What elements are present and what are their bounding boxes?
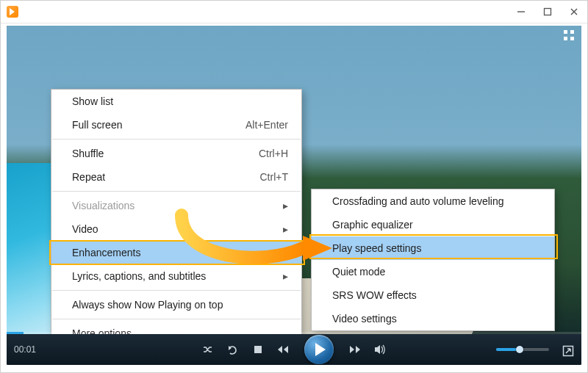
svg-marker-14 bbox=[356, 346, 360, 353]
menu-label: Full screen bbox=[72, 119, 151, 131]
menu-item-lyrics[interactable]: Lyrics, captions, and subtitles▸ bbox=[51, 264, 301, 288]
switch-to-library-icon[interactable] bbox=[562, 345, 574, 359]
menu-label: Always show Now Playing on top bbox=[72, 299, 252, 311]
volume-control[interactable] bbox=[496, 334, 549, 365]
menu-item-always-on-top[interactable]: Always show Now Playing on top bbox=[51, 293, 301, 316]
close-button[interactable] bbox=[561, 1, 587, 23]
volume-knob[interactable] bbox=[516, 346, 523, 353]
menu-label: Play speed settings bbox=[332, 242, 451, 254]
menu-label: Quiet mode bbox=[332, 266, 415, 278]
menu-item-full-screen[interactable]: Full screenAlt+Enter bbox=[51, 113, 301, 137]
submenu-arrow-icon: ▸ bbox=[283, 200, 288, 211]
menu-item-quiet-mode[interactable]: Quiet mode bbox=[312, 260, 554, 283]
menu-separator bbox=[52, 191, 301, 192]
mute-button[interactable] bbox=[373, 343, 387, 356]
submenu-arrow-icon: ▸ bbox=[283, 223, 288, 235]
window-buttons bbox=[508, 1, 587, 23]
menu-label: Shuffle bbox=[72, 148, 133, 159]
titlebar bbox=[1, 1, 587, 23]
context-menu-enhancements: Crossfading and auto volume leveling Gra… bbox=[311, 189, 555, 331]
window: Show list Full screenAlt+Enter ShuffleCt… bbox=[0, 0, 588, 373]
menu-item-play-speed[interactable]: Play speed settings bbox=[312, 236, 554, 260]
menu-shortcut: Alt+Enter bbox=[245, 119, 288, 131]
menu-item-visualizations: Visualizations▸ bbox=[51, 194, 301, 217]
menu-label: Show list bbox=[72, 95, 143, 107]
menu-item-video-settings[interactable]: Video settings bbox=[312, 307, 554, 330]
volume-slider[interactable] bbox=[496, 348, 549, 351]
svg-marker-12 bbox=[284, 346, 288, 353]
menu-label: Enhancements bbox=[72, 247, 170, 258]
video-area[interactable]: Show list Full screenAlt+Enter ShuffleCt… bbox=[7, 26, 581, 365]
progress-track[interactable] bbox=[7, 332, 581, 334]
stop-button[interactable] bbox=[251, 343, 265, 356]
menu-item-enhancements[interactable]: Enhancements▸ bbox=[51, 241, 301, 264]
svg-rect-5 bbox=[570, 30, 574, 34]
menu-shortcut: Ctrl+T bbox=[260, 171, 289, 183]
svg-rect-1 bbox=[545, 9, 551, 15]
menu-label: Repeat bbox=[72, 171, 135, 183]
svg-rect-6 bbox=[564, 37, 567, 40]
menu-item-shuffle[interactable]: ShuffleCtrl+H bbox=[51, 142, 301, 165]
menu-label: Graphic equalizer bbox=[332, 219, 442, 231]
menu-item-repeat[interactable]: RepeatCtrl+T bbox=[51, 165, 301, 189]
menu-label: Video settings bbox=[332, 313, 426, 325]
submenu-arrow-icon: ▸ bbox=[283, 270, 288, 282]
time-elapsed: 00:01 bbox=[14, 334, 36, 365]
repeat-button[interactable] bbox=[226, 343, 240, 356]
menu-label: Visualizations bbox=[72, 200, 164, 211]
menu-label: SRS WOW effects bbox=[332, 289, 446, 301]
shuffle-button[interactable] bbox=[201, 343, 215, 356]
svg-marker-11 bbox=[278, 346, 282, 353]
menu-label: Lyrics, captions, and subtitles bbox=[72, 270, 235, 282]
svg-rect-10 bbox=[254, 346, 262, 353]
menu-item-graphic-equalizer[interactable]: Graphic equalizer bbox=[312, 213, 554, 236]
maximize-button[interactable] bbox=[534, 1, 561, 23]
play-button[interactable] bbox=[304, 335, 334, 364]
menu-item-srs-wow[interactable]: SRS WOW effects bbox=[312, 283, 554, 307]
svg-marker-15 bbox=[375, 345, 380, 354]
minimize-button[interactable] bbox=[508, 1, 534, 23]
menu-label: Video bbox=[72, 223, 128, 235]
menu-item-show-list[interactable]: Show list bbox=[51, 90, 301, 113]
menu-label: Crossfading and auto volume leveling bbox=[332, 195, 533, 207]
menu-separator bbox=[52, 139, 301, 140]
menu-separator bbox=[52, 290, 301, 291]
menu-item-crossfading[interactable]: Crossfading and auto volume leveling bbox=[312, 189, 554, 213]
submenu-arrow-icon: ▸ bbox=[283, 247, 288, 258]
menu-item-video[interactable]: Video▸ bbox=[51, 217, 301, 241]
playback-bar: 00:01 bbox=[7, 334, 581, 365]
menu-separator bbox=[52, 319, 301, 319]
menu-shortcut: Ctrl+H bbox=[259, 148, 288, 159]
svg-marker-13 bbox=[350, 346, 354, 353]
svg-rect-7 bbox=[570, 37, 574, 40]
svg-rect-4 bbox=[564, 30, 567, 34]
context-menu-main: Show list Full screenAlt+Enter ShuffleCt… bbox=[51, 89, 302, 365]
app-icon bbox=[7, 6, 18, 18]
view-fullscreen-toggle-icon[interactable] bbox=[564, 30, 574, 40]
previous-button[interactable] bbox=[276, 343, 290, 356]
next-button[interactable] bbox=[348, 343, 362, 356]
